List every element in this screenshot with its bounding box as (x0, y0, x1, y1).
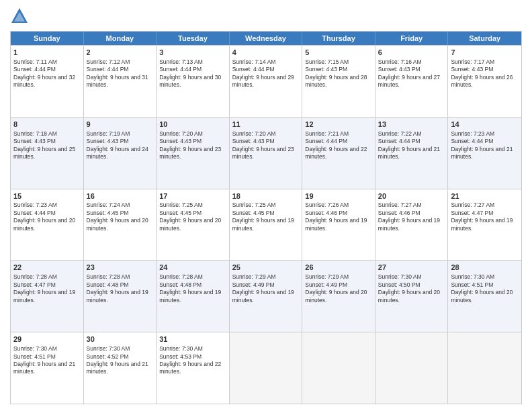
daylight-text: Daylight: 9 hours and 21 minutes. (451, 146, 513, 160)
day-number: 13 (378, 120, 445, 130)
calendar-cell: 11Sunrise: 7:20 AMSunset: 4:43 PMDayligh… (230, 118, 303, 189)
calendar-cell: 22Sunrise: 7:28 AMSunset: 4:47 PMDayligh… (11, 261, 84, 332)
calendar-cell: 31Sunrise: 7:30 AMSunset: 4:53 PMDayligh… (157, 332, 230, 404)
day-number: 29 (13, 334, 81, 345)
logo-icon (10, 7, 29, 26)
calendar-cell: 6Sunrise: 7:16 AMSunset: 4:43 PMDaylight… (375, 46, 449, 117)
daylight-text: Daylight: 9 hours and 19 minutes. (232, 289, 294, 303)
daylight-text: Daylight: 9 hours and 23 minutes. (159, 146, 221, 160)
sunrise-text: Sunrise: 7:24 AM (87, 201, 130, 208)
sunset-text: Sunset: 4:48 PM (159, 281, 202, 288)
header (10, 7, 522, 26)
daylight-text: Daylight: 9 hours and 23 minutes. (232, 146, 294, 160)
sunrise-text: Sunrise: 7:26 AM (305, 201, 349, 208)
daylight-text: Daylight: 9 hours and 21 minutes. (13, 361, 75, 375)
daylight-text: Daylight: 9 hours and 30 minutes. (159, 74, 221, 88)
sunrise-text: Sunrise: 7:16 AM (378, 58, 422, 65)
day-number: 31 (159, 334, 226, 345)
day-number: 12 (305, 120, 372, 130)
sunrise-text: Sunrise: 7:11 AM (13, 58, 57, 65)
calendar-header-day: Monday (84, 32, 157, 45)
sunrise-text: Sunrise: 7:30 AM (451, 273, 494, 280)
day-number: 5 (305, 48, 372, 58)
sunrise-text: Sunrise: 7:28 AM (87, 273, 130, 280)
sunrise-text: Sunrise: 7:30 AM (378, 273, 422, 280)
calendar-row: 8Sunrise: 7:18 AMSunset: 4:43 PMDaylight… (11, 117, 521, 189)
sunset-text: Sunset: 4:43 PM (13, 138, 56, 144)
calendar-cell: 13Sunrise: 7:22 AMSunset: 4:44 PMDayligh… (375, 118, 449, 189)
calendar-header-day: Friday (375, 32, 449, 45)
day-number: 21 (451, 191, 519, 201)
sunset-text: Sunset: 4:43 PM (451, 66, 493, 73)
sunset-text: Sunset: 4:51 PM (13, 353, 56, 360)
calendar-cell (448, 332, 521, 404)
calendar-cell (302, 332, 375, 404)
day-number: 8 (13, 120, 81, 130)
day-number: 19 (305, 191, 372, 201)
sunset-text: Sunset: 4:47 PM (13, 281, 56, 288)
calendar-row: 29Sunrise: 7:30 AMSunset: 4:51 PMDayligh… (11, 332, 521, 404)
daylight-text: Daylight: 9 hours and 20 minutes. (305, 289, 367, 303)
calendar-cell: 9Sunrise: 7:19 AMSunset: 4:43 PMDaylight… (84, 118, 157, 189)
sunrise-text: Sunrise: 7:25 AM (232, 201, 276, 208)
calendar-cell: 3Sunrise: 7:13 AMSunset: 4:44 PMDaylight… (157, 46, 230, 117)
sunset-text: Sunset: 4:43 PM (159, 138, 202, 144)
calendar-cell: 17Sunrise: 7:25 AMSunset: 4:45 PMDayligh… (157, 189, 230, 261)
sunset-text: Sunset: 4:46 PM (305, 210, 347, 216)
sunrise-text: Sunrise: 7:28 AM (13, 273, 57, 280)
calendar-cell: 18Sunrise: 7:25 AMSunset: 4:45 PMDayligh… (230, 189, 303, 261)
day-number: 18 (232, 191, 300, 201)
calendar-header-day: Sunday (11, 32, 84, 45)
day-number: 30 (87, 334, 154, 345)
day-number: 28 (451, 263, 519, 273)
sunrise-text: Sunrise: 7:29 AM (305, 273, 349, 280)
sunrise-text: Sunrise: 7:23 AM (451, 130, 494, 137)
calendar-cell: 4Sunrise: 7:14 AMSunset: 4:44 PMDaylight… (230, 46, 303, 117)
daylight-text: Daylight: 9 hours and 22 minutes. (159, 361, 221, 375)
calendar-cell: 30Sunrise: 7:30 AMSunset: 4:52 PMDayligh… (84, 332, 157, 404)
day-number: 22 (13, 263, 81, 273)
calendar-row: 1Sunrise: 7:11 AMSunset: 4:44 PMDaylight… (11, 45, 521, 117)
calendar-cell: 16Sunrise: 7:24 AMSunset: 4:45 PMDayligh… (84, 189, 157, 261)
sunrise-text: Sunrise: 7:23 AM (13, 201, 57, 208)
day-number: 27 (378, 263, 445, 273)
sunset-text: Sunset: 4:44 PM (232, 66, 275, 73)
sunset-text: Sunset: 4:44 PM (13, 210, 56, 216)
day-number: 14 (451, 120, 519, 130)
daylight-text: Daylight: 9 hours and 31 minutes. (87, 74, 148, 88)
day-number: 20 (378, 191, 445, 201)
sunset-text: Sunset: 4:45 PM (232, 210, 275, 216)
sunset-text: Sunset: 4:43 PM (87, 138, 129, 144)
sunset-text: Sunset: 4:45 PM (87, 210, 129, 216)
day-number: 4 (232, 48, 300, 58)
sunset-text: Sunset: 4:52 PM (87, 353, 129, 360)
day-number: 16 (87, 191, 154, 201)
sunset-text: Sunset: 4:44 PM (305, 138, 347, 144)
calendar-cell: 21Sunrise: 7:27 AMSunset: 4:47 PMDayligh… (448, 189, 521, 261)
daylight-text: Daylight: 9 hours and 28 minutes. (305, 74, 367, 88)
calendar-cell (230, 332, 303, 404)
sunset-text: Sunset: 4:49 PM (232, 281, 275, 288)
sunrise-text: Sunrise: 7:30 AM (13, 345, 57, 352)
sunset-text: Sunset: 4:44 PM (13, 66, 56, 73)
daylight-text: Daylight: 9 hours and 20 minutes. (451, 289, 513, 303)
sunset-text: Sunset: 4:44 PM (159, 66, 202, 73)
calendar: SundayMondayTuesdayWednesdayThursdayFrid… (10, 31, 522, 404)
sunrise-text: Sunrise: 7:14 AM (232, 58, 276, 65)
day-number: 2 (87, 48, 154, 58)
page: SundayMondayTuesdayWednesdayThursdayFrid… (0, 0, 532, 411)
calendar-row: 15Sunrise: 7:23 AMSunset: 4:44 PMDayligh… (11, 189, 521, 261)
daylight-text: Daylight: 9 hours and 25 minutes. (13, 146, 75, 160)
calendar-cell: 29Sunrise: 7:30 AMSunset: 4:51 PMDayligh… (11, 332, 84, 404)
daylight-text: Daylight: 9 hours and 19 minutes. (305, 217, 367, 231)
sunrise-text: Sunrise: 7:20 AM (232, 130, 276, 137)
sunset-text: Sunset: 4:44 PM (451, 138, 493, 144)
sunset-text: Sunset: 4:45 PM (159, 210, 202, 216)
daylight-text: Daylight: 9 hours and 19 minutes. (451, 217, 513, 231)
calendar-cell: 8Sunrise: 7:18 AMSunset: 4:43 PMDaylight… (11, 118, 84, 189)
sunrise-text: Sunrise: 7:13 AM (159, 58, 203, 65)
calendar-row: 22Sunrise: 7:28 AMSunset: 4:47 PMDayligh… (11, 260, 521, 332)
sunrise-text: Sunrise: 7:25 AM (159, 201, 203, 208)
calendar-header-day: Saturday (448, 32, 521, 45)
day-number: 23 (87, 263, 154, 273)
